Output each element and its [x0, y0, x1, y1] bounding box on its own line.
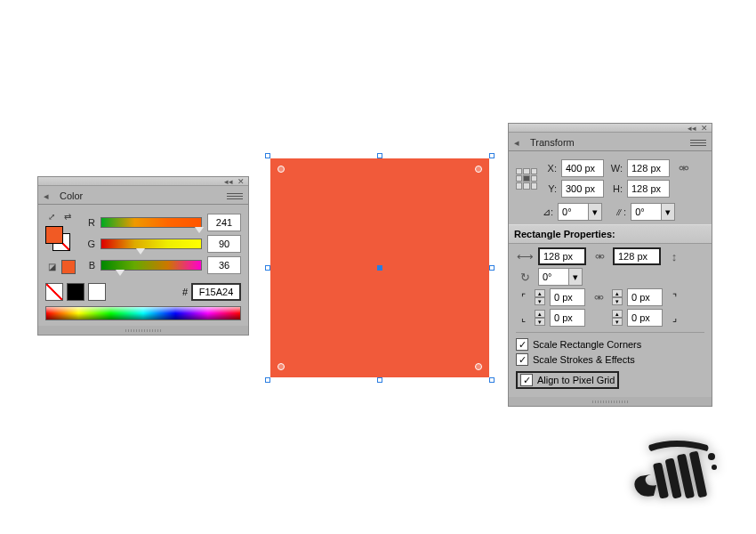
scale-corners-row[interactable]: Scale Rectangle Corners: [516, 338, 704, 351]
watermark-logo: [623, 432, 729, 512]
blue-slider[interactable]: [101, 260, 202, 271]
green-slider[interactable]: [101, 239, 202, 249]
corner-widget-bl[interactable]: [277, 363, 285, 370]
cube-icon[interactable]: ◪: [45, 260, 58, 272]
tab-color[interactable]: Color: [52, 188, 90, 204]
collapse-icon[interactable]: ◂◂: [224, 178, 233, 185]
w-input[interactable]: [627, 159, 670, 177]
rect-props-header: Rectangle Properties:: [509, 224, 712, 244]
reference-point-grid[interactable]: [516, 168, 537, 190]
corner-widget-br[interactable]: [475, 363, 482, 370]
black-swatch[interactable]: [67, 283, 84, 301]
handle-ml[interactable]: [265, 265, 270, 271]
corner-tr-input[interactable]: [627, 288, 663, 306]
y-label: Y:: [543, 183, 557, 194]
selected-rectangle[interactable]: [265, 153, 495, 383]
handle-bl[interactable]: [265, 377, 270, 383]
blue-input[interactable]: [207, 256, 241, 274]
svg-point-4: [708, 453, 715, 460]
b-label: B: [83, 260, 95, 271]
x-input[interactable]: [561, 159, 604, 177]
red-slider[interactable]: [101, 217, 202, 228]
panel-tabs: ◂ Color: [38, 186, 248, 205]
checkbox-scale-corners[interactable]: [516, 338, 528, 351]
color-panel-body: ⤢ ⇄ ◪ R G: [38, 205, 248, 326]
fill-stroke-swap-icon[interactable]: ⤢: [45, 210, 58, 222]
corner-tl-icon: ⌜: [516, 290, 530, 304]
link-corners-icon[interactable]: ⚮: [590, 288, 607, 306]
panel-resize-grip[interactable]: [509, 397, 712, 406]
w-label: W:: [608, 163, 623, 174]
corner-bl-icon: ⌞: [516, 311, 530, 325]
close-icon[interactable]: ✕: [700, 125, 709, 132]
link-wh-icon[interactable]: ⚮: [674, 159, 694, 177]
link-dim-icon[interactable]: ⚮: [591, 247, 608, 265]
tab-transform[interactable]: Transform: [523, 134, 582, 150]
panel-titlebar[interactable]: ◂◂ ✕: [509, 124, 712, 133]
hex-row: #: [45, 283, 241, 301]
corner-br-input[interactable]: [627, 309, 663, 327]
checkbox-align-grid[interactable]: [520, 374, 533, 386]
stepper[interactable]: ▴▾: [612, 310, 623, 326]
hex-prefix: #: [182, 287, 188, 297]
fill-stroke-selector[interactable]: [45, 226, 70, 251]
blue-channel-row: B: [83, 256, 241, 274]
swap-icon[interactable]: ⇄: [61, 210, 74, 222]
corner-bl-input[interactable]: [550, 309, 585, 327]
panel-titlebar[interactable]: ◂◂ ✕: [38, 177, 248, 186]
align-grid-row[interactable]: Align to Pixel Grid: [516, 371, 619, 389]
handle-tr[interactable]: [489, 153, 495, 158]
chevron-down-icon[interactable]: ▾: [661, 203, 675, 221]
chevron-down-icon[interactable]: ▾: [568, 268, 583, 286]
panel-menu-icon[interactable]: [227, 190, 243, 202]
stepper[interactable]: ▴▾: [612, 289, 623, 305]
handle-mr[interactable]: [489, 265, 495, 271]
width-icon: ⟷: [516, 247, 534, 265]
h-input[interactable]: [627, 180, 670, 198]
corner-br-icon: ⌟: [667, 311, 681, 325]
r-label: R: [83, 217, 95, 228]
scale-corners-label: Scale Rectangle Corners: [533, 339, 641, 350]
collapse-icon[interactable]: ◂◂: [688, 125, 696, 132]
y-input[interactable]: [561, 180, 604, 198]
green-input[interactable]: [207, 235, 241, 253]
handle-tm[interactable]: [377, 153, 382, 158]
chevron-down-icon[interactable]: ▾: [588, 203, 602, 221]
color-panel: ◂◂ ✕ ◂ Color ⤢ ⇄ ◪: [37, 176, 249, 336]
fill-swatch[interactable]: [45, 226, 63, 244]
corner-tr-icon: ⌝: [667, 290, 681, 304]
rotate-icon: ↻: [516, 268, 534, 286]
corner-widget-tl[interactable]: [277, 166, 285, 173]
stepper[interactable]: ▴▾: [535, 289, 545, 305]
white-swatch[interactable]: [88, 283, 106, 301]
red-input[interactable]: [207, 214, 241, 231]
stepper[interactable]: ▴▾: [535, 310, 545, 326]
align-grid-label: Align to Pixel Grid: [537, 375, 615, 385]
h-label: H:: [608, 183, 623, 194]
corner-widget-tr[interactable]: [475, 166, 482, 173]
rect-rotate-dropdown[interactable]: ▾: [538, 268, 583, 286]
handle-tl[interactable]: [265, 153, 270, 158]
shear-dropdown[interactable]: ▾: [631, 203, 675, 221]
none-swatch[interactable]: [45, 283, 63, 301]
rotate-dropdown[interactable]: ▾: [558, 203, 602, 221]
hex-input[interactable]: [191, 283, 241, 301]
spectrum-slider[interactable]: [45, 306, 241, 320]
center-point[interactable]: [377, 265, 382, 271]
handle-bm[interactable]: [377, 377, 382, 383]
rect-width-input[interactable]: [538, 247, 586, 265]
panel-resize-grip[interactable]: [38, 326, 248, 335]
last-color-swatch[interactable]: [61, 260, 76, 274]
transform-panel: ◂◂ ✕ ◂ Transform X: W: ⚮ Y:: [508, 123, 712, 407]
panel-menu-icon[interactable]: [690, 136, 706, 149]
corner-tl-input[interactable]: [550, 288, 585, 306]
rect-height-input[interactable]: [613, 247, 661, 265]
handle-br[interactable]: [489, 377, 495, 383]
close-icon[interactable]: ✕: [237, 178, 245, 185]
transform-body: X: W: ⚮ Y: H: ⊿: ▾ ⫽:: [509, 151, 712, 397]
red-channel-row: R: [83, 214, 241, 231]
g-label: G: [83, 239, 95, 249]
scale-strokes-row[interactable]: Scale Strokes & Effects: [516, 353, 704, 366]
shear-label: ⫽:: [614, 206, 626, 217]
checkbox-scale-strokes[interactable]: [516, 353, 528, 366]
